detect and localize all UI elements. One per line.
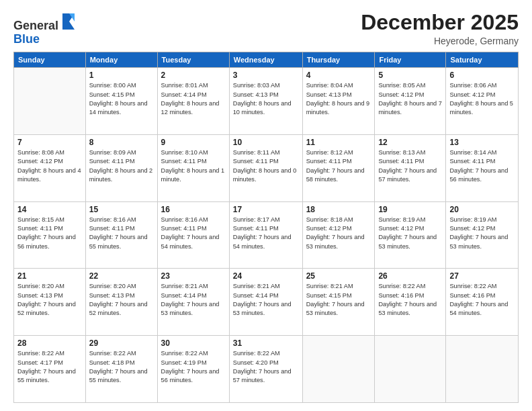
calendar-cell: 3Sunrise: 8:03 AMSunset: 4:13 PMDaylight…: [229, 68, 302, 135]
cell-date: 3: [233, 71, 299, 80]
day-header-thursday: Thursday: [302, 52, 375, 68]
cell-info: Sunrise: 8:21 AMSunset: 4:14 PMDaylight:…: [161, 282, 226, 318]
cell-info: Sunrise: 8:21 AMSunset: 4:15 PMDaylight:…: [306, 282, 371, 318]
cell-date: 12: [378, 138, 442, 147]
cell-info: Sunrise: 8:11 AMSunset: 4:11 PMDaylight:…: [233, 148, 299, 184]
week-row-2: 7Sunrise: 8:08 AMSunset: 4:12 PMDaylight…: [14, 134, 519, 201]
logo: General Blue: [13, 11, 79, 46]
cell-date: 15: [89, 205, 154, 214]
cell-info: Sunrise: 8:18 AMSunset: 4:12 PMDaylight:…: [306, 216, 371, 251]
calendar-cell: 28Sunrise: 8:22 AMSunset: 4:17 PMDayligh…: [14, 336, 86, 403]
cell-date: 21: [17, 271, 82, 281]
cell-info: Sunrise: 8:09 AMSunset: 4:11 PMDaylight:…: [89, 148, 154, 184]
calendar-cell: 6Sunrise: 8:06 AMSunset: 4:12 PMDaylight…: [446, 68, 519, 135]
calendar-cell: 19Sunrise: 8:19 AMSunset: 4:12 PMDayligh…: [375, 201, 446, 269]
cell-info: Sunrise: 8:01 AMSunset: 4:14 PMDaylight:…: [161, 81, 226, 117]
calendar-cell: [14, 68, 86, 135]
cell-date: 20: [449, 205, 515, 214]
cell-date: 31: [233, 338, 299, 348]
header-row: SundayMondayTuesdayWednesdayThursdayFrid…: [14, 52, 519, 68]
calendar-cell: 2Sunrise: 8:01 AMSunset: 4:14 PMDaylight…: [157, 68, 229, 135]
week-row-5: 28Sunrise: 8:22 AMSunset: 4:17 PMDayligh…: [14, 336, 519, 403]
calendar-table: SundayMondayTuesdayWednesdayThursdayFrid…: [13, 52, 519, 403]
calendar-cell: 4Sunrise: 8:04 AMSunset: 4:13 PMDaylight…: [302, 68, 375, 135]
cell-date: 16: [161, 205, 226, 214]
title-block: December 2025 Heyerode, Germany: [361, 11, 519, 46]
cell-info: Sunrise: 8:22 AMSunset: 4:16 PMDaylight:…: [449, 282, 515, 318]
calendar-cell: [375, 336, 446, 403]
cell-date: 14: [17, 205, 82, 214]
cell-info: Sunrise: 8:22 AMSunset: 4:18 PMDaylight:…: [89, 349, 154, 385]
day-header-sunday: Sunday: [14, 52, 86, 68]
cell-info: Sunrise: 8:13 AMSunset: 4:11 PMDaylight:…: [378, 148, 442, 184]
month-title: December 2025: [361, 11, 519, 34]
cell-date: 17: [233, 205, 299, 214]
calendar-cell: 26Sunrise: 8:22 AMSunset: 4:16 PMDayligh…: [375, 269, 446, 336]
cell-date: 23: [161, 271, 226, 281]
calendar-cell: 31Sunrise: 8:22 AMSunset: 4:20 PMDayligh…: [229, 336, 302, 403]
calendar-cell: 10Sunrise: 8:11 AMSunset: 4:11 PMDayligh…: [229, 134, 302, 201]
cell-info: Sunrise: 8:04 AMSunset: 4:13 PMDaylight:…: [306, 81, 371, 117]
day-header-wednesday: Wednesday: [229, 52, 302, 68]
location: Heyerode, Germany: [361, 36, 519, 46]
cell-info: Sunrise: 8:12 AMSunset: 4:11 PMDaylight:…: [306, 148, 371, 184]
cell-info: Sunrise: 8:16 AMSunset: 4:11 PMDaylight:…: [161, 216, 226, 251]
calendar-cell: 7Sunrise: 8:08 AMSunset: 4:12 PMDaylight…: [14, 134, 86, 201]
calendar-cell: 20Sunrise: 8:19 AMSunset: 4:12 PMDayligh…: [446, 201, 519, 269]
day-header-monday: Monday: [85, 52, 157, 68]
calendar-cell: [446, 336, 519, 403]
calendar-cell: 16Sunrise: 8:16 AMSunset: 4:11 PMDayligh…: [157, 201, 229, 269]
cell-date: 7: [17, 138, 82, 147]
cell-info: Sunrise: 8:15 AMSunset: 4:11 PMDaylight:…: [17, 216, 82, 251]
calendar-cell: 11Sunrise: 8:12 AMSunset: 4:11 PMDayligh…: [302, 134, 375, 201]
cell-info: Sunrise: 8:14 AMSunset: 4:11 PMDaylight:…: [449, 148, 515, 184]
calendar-cell: 22Sunrise: 8:20 AMSunset: 4:13 PMDayligh…: [85, 269, 157, 336]
cell-date: 25: [306, 271, 371, 281]
calendar-cell: 15Sunrise: 8:16 AMSunset: 4:11 PMDayligh…: [85, 201, 157, 269]
calendar-cell: 12Sunrise: 8:13 AMSunset: 4:11 PMDayligh…: [375, 134, 446, 201]
day-header-friday: Friday: [375, 52, 446, 68]
cell-date: 4: [306, 71, 371, 80]
cell-date: 29: [89, 338, 154, 348]
cell-date: 8: [89, 138, 154, 147]
logo-blue: Blue: [13, 32, 40, 46]
cell-info: Sunrise: 8:06 AMSunset: 4:12 PMDaylight:…: [449, 81, 515, 117]
calendar-cell: 25Sunrise: 8:21 AMSunset: 4:15 PMDayligh…: [302, 269, 375, 336]
cell-date: 5: [378, 71, 442, 80]
calendar-cell: [302, 336, 375, 403]
logo-flag-icon: [60, 11, 79, 30]
week-row-4: 21Sunrise: 8:20 AMSunset: 4:13 PMDayligh…: [14, 269, 519, 336]
cell-info: Sunrise: 8:20 AMSunset: 4:13 PMDaylight:…: [17, 282, 82, 318]
cell-info: Sunrise: 8:00 AMSunset: 4:15 PMDaylight:…: [89, 81, 154, 117]
cell-info: Sunrise: 8:17 AMSunset: 4:11 PMDaylight:…: [233, 216, 299, 251]
calendar-cell: 23Sunrise: 8:21 AMSunset: 4:14 PMDayligh…: [157, 269, 229, 336]
cell-info: Sunrise: 8:20 AMSunset: 4:13 PMDaylight:…: [89, 282, 154, 318]
day-header-saturday: Saturday: [446, 52, 519, 68]
cell-date: 9: [161, 138, 226, 147]
calendar-cell: 29Sunrise: 8:22 AMSunset: 4:18 PMDayligh…: [85, 336, 157, 403]
calendar-cell: 13Sunrise: 8:14 AMSunset: 4:11 PMDayligh…: [446, 134, 519, 201]
cell-info: Sunrise: 8:08 AMSunset: 4:12 PMDaylight:…: [17, 148, 82, 184]
header: General Blue December 2025 Heyerode, Ger…: [13, 11, 519, 46]
cell-info: Sunrise: 8:22 AMSunset: 4:19 PMDaylight:…: [161, 349, 226, 385]
cell-date: 26: [378, 271, 442, 281]
page: General Blue December 2025 Heyerode, Ger…: [0, 0, 532, 411]
cell-info: Sunrise: 8:22 AMSunset: 4:16 PMDaylight:…: [378, 282, 442, 318]
calendar-cell: 21Sunrise: 8:20 AMSunset: 4:13 PMDayligh…: [14, 269, 86, 336]
cell-date: 30: [161, 338, 226, 348]
calendar-cell: 8Sunrise: 8:09 AMSunset: 4:11 PMDaylight…: [85, 134, 157, 201]
cell-date: 2: [161, 71, 226, 80]
logo-general: General: [13, 19, 58, 32]
cell-date: 18: [306, 205, 371, 214]
cell-info: Sunrise: 8:05 AMSunset: 4:12 PMDaylight:…: [378, 81, 442, 117]
cell-info: Sunrise: 8:22 AMSunset: 4:17 PMDaylight:…: [17, 349, 82, 385]
calendar-cell: 1Sunrise: 8:00 AMSunset: 4:15 PMDaylight…: [85, 68, 157, 135]
week-row-3: 14Sunrise: 8:15 AMSunset: 4:11 PMDayligh…: [14, 201, 519, 269]
cell-date: 1: [89, 71, 154, 80]
cell-date: 13: [449, 138, 515, 147]
cell-info: Sunrise: 8:10 AMSunset: 4:11 PMDaylight:…: [161, 148, 226, 184]
cell-info: Sunrise: 8:19 AMSunset: 4:12 PMDaylight:…: [378, 216, 442, 251]
cell-info: Sunrise: 8:03 AMSunset: 4:13 PMDaylight:…: [233, 81, 299, 117]
day-header-tuesday: Tuesday: [157, 52, 229, 68]
calendar-cell: 5Sunrise: 8:05 AMSunset: 4:12 PMDaylight…: [375, 68, 446, 135]
